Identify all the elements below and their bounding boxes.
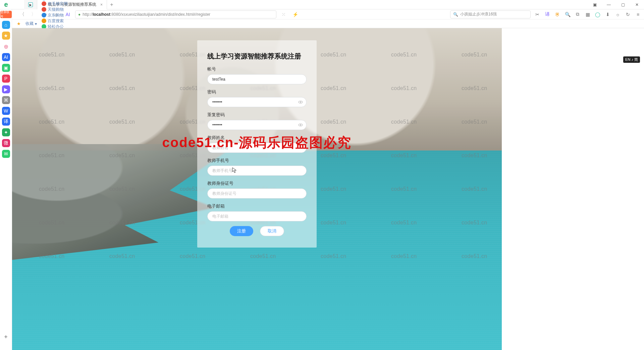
window-maximize-button[interactable]: ▢: [616, 0, 630, 9]
browser-logo-icon: e: [0, 0, 12, 9]
globe-icon: [42, 7, 46, 12]
address-bar: 〈 〉 ⟳ ⌂ AI ● http://localhost:8080/xsxue…: [0, 9, 644, 19]
label-phone: 教师手机号: [207, 158, 307, 164]
flash-icon[interactable]: ⚡: [291, 10, 299, 18]
input-password[interactable]: [207, 97, 307, 107]
bookmarks-bar: ★ 收藏 ▾ 百度老毛桃官网天猫购物京东购物百度搜索轻松办公淘宝网址导航热点新闻…: [0, 19, 644, 28]
download-icon[interactable]: ⬇: [604, 11, 611, 18]
donut-icon[interactable]: ◯: [594, 11, 601, 18]
url-input[interactable]: ● http://localhost:8080/xsxuexiziliaotui…: [75, 10, 276, 18]
rail-item[interactable]: ✉: [2, 150, 10, 158]
apps-icon[interactable]: ▦: [584, 11, 591, 18]
label-idcard: 教师身份证号: [207, 180, 307, 186]
field-phone: 教师手机号: [207, 158, 307, 176]
rail-item[interactable]: ▣: [2, 64, 10, 72]
eye-icon[interactable]: [298, 122, 303, 128]
field-email: 电子邮箱: [207, 203, 307, 221]
field-idcard: 教师身份证号: [207, 180, 307, 199]
bookmark-item[interactable]: 天猫购物: [42, 7, 68, 12]
globe-icon: [42, 1, 46, 6]
ime-language-pill[interactable]: EN ♪ 简: [623, 56, 640, 63]
tab-close-icon[interactable]: ×: [100, 2, 103, 7]
rail-item[interactable]: ⌂: [2, 21, 10, 29]
qr-icon[interactable]: ⁙: [280, 10, 288, 18]
cancel-button[interactable]: 取消: [260, 226, 284, 236]
extensions-icon[interactable]: ⧉: [574, 11, 581, 18]
form-button-row: 注册 取消: [207, 226, 307, 236]
globe-icon: [42, 18, 46, 23]
rail-item[interactable]: ▶: [2, 85, 10, 93]
svg-point-1: [300, 102, 301, 103]
label-email: 电子邮箱: [207, 203, 307, 209]
rail-item[interactable]: AI: [2, 53, 10, 61]
bookmark-item[interactable]: 京东购物: [42, 12, 68, 18]
svg-point-2: [299, 124, 303, 126]
left-app-rail: 登录联号 ⌂★◎AI▣P▶⌘W译✦微✉ +: [0, 9, 12, 350]
url-text: http://localhost:8080/xsxuexiziliaotuiji…: [83, 12, 210, 17]
rail-item[interactable]: W: [2, 107, 10, 115]
scissors-icon[interactable]: ✂: [534, 11, 541, 18]
shield-icon[interactable]: ⛨: [554, 11, 561, 18]
input-idcard[interactable]: [207, 188, 307, 199]
bookmark-star-icon[interactable]: ★: [17, 21, 21, 26]
translate-icon[interactable]: 译: [544, 11, 551, 18]
svg-point-3: [300, 125, 301, 126]
svg-point-0: [299, 101, 303, 103]
label-password: 密码: [207, 89, 307, 95]
bookmark-fav[interactable]: 收藏 ▾: [25, 21, 37, 27]
rail-add[interactable]: +: [4, 334, 8, 341]
field-password: 密码: [207, 89, 307, 107]
form-title: 线上学习资源智能推荐系统注册: [207, 52, 307, 61]
search-icon: 🔍: [453, 12, 458, 17]
compass-icon: ➤: [28, 2, 33, 7]
globe-icon: [42, 13, 46, 17]
field-account: 帐号: [207, 66, 307, 84]
zoom-icon[interactable]: 🔍: [564, 11, 571, 18]
window-close-button[interactable]: ✕: [630, 0, 644, 9]
history-icon[interactable]: ↻: [625, 11, 631, 18]
menu-icon[interactable]: ≡: [635, 11, 641, 18]
bookmark-item[interactable]: 老毛桃官网: [42, 1, 68, 7]
search-text: 小孩姐止步冲浪16强: [460, 11, 497, 17]
rail-item[interactable]: 微: [2, 139, 10, 147]
rail-item[interactable]: ◎: [2, 42, 10, 50]
rail-login[interactable]: 登录联号: [0, 11, 12, 18]
page-viewport: code51.cncode51.cncode51.cncode51.cncode…: [12, 28, 502, 350]
browser-search-input[interactable]: 🔍 小孩姐止步冲浪16强: [450, 10, 531, 18]
submit-button[interactable]: 注册: [230, 226, 253, 236]
input-phone[interactable]: [207, 166, 307, 176]
input-email[interactable]: [207, 211, 307, 221]
window-titlebar: e ➤ V 线上学习资源智能推荐系统 × + ▣ — ▢ ✕: [0, 0, 644, 9]
watermark-center: code51.cn-源码乐园盗图必究: [162, 133, 352, 152]
input-account[interactable]: [207, 74, 307, 84]
rail-item[interactable]: ★: [2, 32, 10, 40]
nav-forward-button[interactable]: 〉: [30, 10, 38, 18]
theme-icon[interactable]: ☼: [614, 11, 621, 18]
rail-item[interactable]: ✦: [2, 128, 10, 136]
browser-tab-home[interactable]: ➤: [24, 0, 37, 9]
field-password2: 重复密码: [207, 112, 307, 130]
input-password2[interactable]: [207, 120, 307, 130]
rail-item[interactable]: 译: [2, 118, 10, 126]
window-minimize-button[interactable]: —: [602, 0, 616, 9]
nav-back-button[interactable]: 〈: [18, 10, 26, 18]
label-account: 帐号: [207, 66, 307, 72]
label-password2: 重复密码: [207, 112, 307, 118]
rail-item[interactable]: P: [2, 75, 10, 83]
globe-icon: [42, 0, 46, 0]
bookmark-item[interactable]: 百度搜索: [42, 18, 68, 24]
rail-item[interactable]: ⌘: [2, 96, 10, 104]
new-tab-button[interactable]: +: [107, 2, 116, 8]
site-security-icon: ●: [78, 12, 80, 17]
eye-icon[interactable]: [298, 99, 303, 105]
window-gallery-button[interactable]: ▣: [588, 0, 602, 9]
